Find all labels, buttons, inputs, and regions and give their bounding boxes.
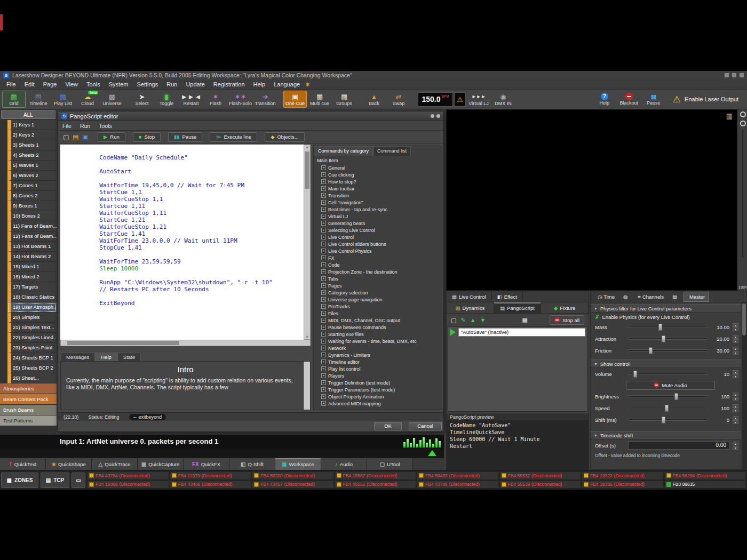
slider-track[interactable]: [628, 338, 708, 340]
editor-menu-item[interactable]: Tools: [94, 123, 116, 129]
toolbar-button[interactable]: ►►◄ Restart: [179, 91, 203, 108]
expand-icon[interactable]: +: [321, 339, 326, 343]
tree-item[interactable]: + Live Control Physics: [316, 247, 442, 254]
toolbar-button[interactable]: ✶ Flash: [204, 91, 227, 108]
ok-button[interactable]: OK: [374, 422, 402, 430]
stop-all-button[interactable]: Stop all: [550, 315, 584, 325]
slider-stepper[interactable]: ▲▼: [733, 323, 738, 331]
tree-item[interactable]: + Selecting Live Control: [316, 227, 442, 234]
expand-icon[interactable]: +: [321, 193, 326, 198]
tree-item[interactable]: + Timeline editor: [316, 358, 442, 365]
menu-item[interactable]: Registration: [209, 81, 249, 87]
preview-zoom-slider[interactable]: [742, 130, 743, 258]
slider-handle[interactable]: [649, 347, 653, 354]
tree-item[interactable]: + Tabs: [316, 275, 442, 282]
expand-icon[interactable]: +: [321, 283, 326, 288]
device-status-cell[interactable]: FB4 50300 (Disconnected): [252, 471, 334, 480]
sidebar-item[interactable]: 21) Simples Text...: [7, 323, 57, 333]
sidebar-item[interactable]: 14) Hot Beams 2: [7, 252, 57, 262]
bottom-tool-tab[interactable]: ♪ Audio: [321, 458, 367, 470]
objects-button[interactable]: ◆ Objects...: [265, 132, 304, 142]
tree-item[interactable]: + Generating beats: [316, 220, 442, 227]
slider-track[interactable]: [628, 419, 708, 421]
scroll-down-icon[interactable]: ▼: [304, 335, 310, 339]
editor-minimize-icon[interactable]: [431, 114, 434, 118]
expand-icon[interactable]: +: [321, 262, 326, 267]
tree-item[interactable]: + Code: [316, 261, 442, 268]
device-view-button[interactable]: ▭: [71, 473, 85, 488]
expand-icon[interactable]: +: [321, 269, 326, 274]
move-down-icon[interactable]: ▼: [480, 317, 486, 323]
slider-track[interactable]: [628, 349, 708, 351]
slider-handle[interactable]: [633, 371, 637, 378]
sidebar-item[interactable]: 5) Waves 1: [7, 161, 57, 171]
enable-laser-output-button[interactable]: ⚠ Enable Laser Output: [666, 91, 745, 107]
tree-item[interactable]: + Universe page navigation: [316, 296, 442, 303]
toolbar-button[interactable]: ▦ Groups: [332, 91, 356, 108]
tree-item[interactable]: + General: [316, 164, 442, 171]
device-status-cell[interactable]: FB4 56294 (Disconnected): [664, 471, 746, 480]
tree-item[interactable]: + Network: [316, 345, 442, 351]
sidebar-pack-item[interactable]: Brush Beams: [0, 405, 57, 415]
toolbar-button[interactable]: ▦ Grid: [2, 91, 26, 108]
preview-grid-icon[interactable]: ▦: [726, 112, 733, 120]
expand-icon[interactable]: +: [321, 290, 326, 295]
sidebar-item[interactable]: 16) Mixed 2: [7, 272, 57, 282]
tree-item[interactable]: + FX: [316, 254, 442, 261]
device-status-cell[interactable]: FB3 86635: [664, 481, 746, 489]
tree-item[interactable]: + Trigger Definition (test mode): [316, 379, 442, 386]
editor-bottom-tab[interactable]: Messages: [60, 353, 95, 361]
menu-item[interactable]: File: [2, 81, 20, 87]
device-status-cell[interactable]: FB4 11379 (Disconnected): [170, 471, 252, 480]
expand-icon[interactable]: +: [321, 366, 326, 371]
sidebar-item[interactable]: 3) Sheets 1: [7, 140, 57, 150]
slider-track[interactable]: [628, 373, 708, 375]
device-status-cell[interactable]: FB4 55539 (Disconnected): [499, 481, 582, 489]
toolbar-button[interactable]: ▤ Timeline: [27, 91, 50, 108]
expand-icon[interactable]: +: [321, 207, 326, 212]
minimize-icon[interactable]: [725, 73, 729, 77]
move-up-icon[interactable]: ▲: [470, 317, 476, 323]
pangoscript-list[interactable]: "AutoSave" (inactive): [448, 326, 587, 412]
sidebar-item[interactable]: 12) Fans of Beam...: [7, 231, 57, 242]
tab-command-list[interactable]: Command list: [373, 146, 411, 156]
offset-stepper[interactable]: ▲▼: [733, 442, 738, 450]
slider-stepper[interactable]: ▲▼: [733, 370, 738, 378]
edit-item-icon[interactable]: ✎: [460, 317, 465, 324]
device-status-cell[interactable]: FB4 43786 (Disconnected): [417, 481, 499, 489]
tree-item[interactable]: + Category selection: [316, 289, 442, 296]
mute-audio-button[interactable]: Mute Audio: [626, 381, 715, 390]
bpm-warning-icon[interactable]: ⚠: [454, 92, 466, 107]
sidebar-item[interactable]: 15) Mixed 1: [7, 262, 57, 272]
pause-script-button[interactable]: ▮▮ Pause: [168, 132, 202, 142]
bottom-tool-tab[interactable]: ▣ QuickCapture: [138, 458, 184, 470]
new-item-icon[interactable]: ▢: [451, 317, 456, 324]
zones-button[interactable]: ▦ ZONES: [1, 473, 38, 488]
live-panel-subtab[interactable]: ▥ Dynamics: [447, 302, 494, 313]
sidebar-filter-all[interactable]: ALL: [1, 110, 55, 119]
device-status-cell[interactable]: FB4 15567 (Disconnected): [335, 471, 417, 480]
sidebar-item[interactable]: 1) Keys 1: [7, 120, 57, 130]
menu-item[interactable]: Page: [39, 81, 61, 87]
expand-icon[interactable]: +: [321, 394, 326, 399]
tree-item[interactable]: + Main toolbar: [316, 185, 442, 192]
editor-bottom-tab[interactable]: State: [117, 353, 141, 361]
expand-icon[interactable]: +: [321, 380, 326, 385]
tree-item[interactable]: + Waiting for events - time, beats, DMX,…: [316, 338, 442, 345]
sidebar-item[interactable]: 26) Sheet...: [7, 373, 57, 383]
bottom-tool-tab[interactable]: △ QuickTrace: [92, 458, 138, 470]
menu-item[interactable]: Run: [162, 81, 181, 87]
expand-icon[interactable]: +: [321, 311, 326, 316]
expand-icon[interactable]: +: [321, 165, 326, 170]
bottom-tool-tab[interactable]: ▦ Workspace: [275, 458, 321, 470]
device-status-cell[interactable]: FB4 43784 (Disconnected): [87, 471, 169, 480]
laser-preview[interactable]: ▦: [446, 109, 737, 291]
tree-item[interactable]: + Virtual LJ: [316, 213, 442, 220]
sidebar-pack-item[interactable]: Beam Content Pack: [0, 394, 57, 405]
expand-icon[interactable]: +: [321, 387, 326, 392]
expand-icon[interactable]: +: [321, 297, 326, 302]
tree-item[interactable]: + Players: [316, 372, 442, 379]
menu-item[interactable]: Help: [249, 81, 270, 87]
slider-handle[interactable]: [665, 405, 669, 412]
tree-item[interactable]: + Object Property Animation: [316, 393, 442, 400]
